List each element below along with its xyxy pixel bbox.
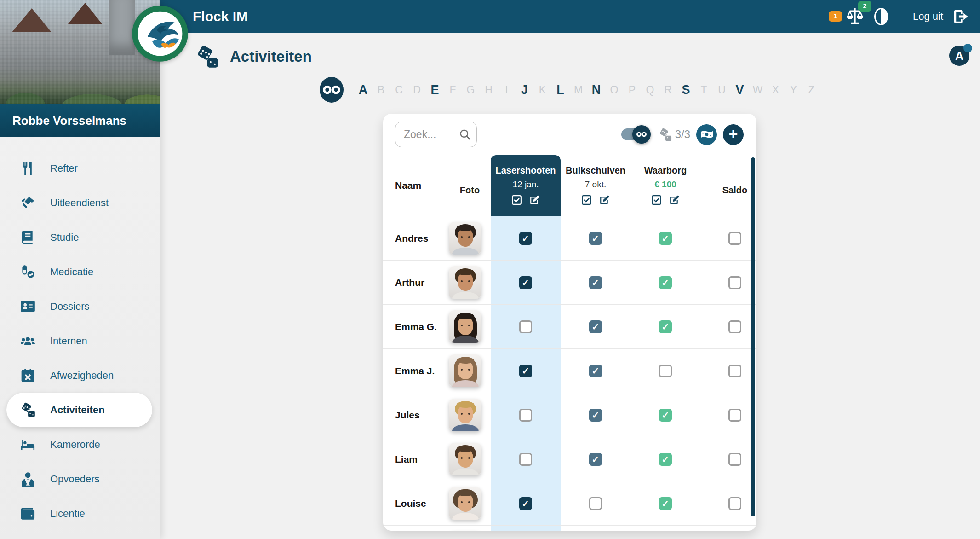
alphabet-letter[interactable]: K <box>533 84 551 96</box>
dice-counter-icon <box>658 128 672 142</box>
contrast-icon[interactable] <box>874 8 888 25</box>
alphabet-letter[interactable]: C <box>390 84 408 96</box>
activity-checkbox[interactable] <box>589 453 602 466</box>
table-row: Emma J. <box>383 348 756 393</box>
edit-icon[interactable] <box>529 194 540 206</box>
activity-checkbox[interactable] <box>519 276 532 289</box>
sidebar-item[interactable]: Dossiers <box>0 289 160 324</box>
sidebar-item-label: Dossiers <box>50 301 90 313</box>
alphabet-letter[interactable]: X <box>767 84 785 96</box>
edit-icon[interactable] <box>669 194 680 206</box>
sidebar-item[interactable]: Licentie <box>0 496 160 531</box>
alphabet-letter[interactable]: M <box>569 84 587 96</box>
activity-checkbox[interactable] <box>519 232 532 245</box>
alphabet-letter[interactable]: H <box>480 84 498 96</box>
activity-checkbox[interactable] <box>519 320 532 333</box>
activity-checkbox[interactable] <box>589 365 602 377</box>
activity-checkbox[interactable] <box>589 320 602 333</box>
app-root: Robbe Vorsselmans Refter Uitleendienst S… <box>0 0 980 539</box>
alphabet-letter[interactable]: G <box>462 84 480 96</box>
sidebar-item[interactable]: Kamerorde <box>0 427 160 462</box>
alphabet-letter[interactable]: J <box>516 83 533 97</box>
alphabet-letter[interactable]: P <box>623 84 641 96</box>
money-button[interactable] <box>696 124 717 145</box>
alphabet-letter[interactable]: W <box>749 84 767 96</box>
sidebar-item[interactable]: Uitleendienst <box>0 185 160 220</box>
activity-checkbox[interactable] <box>589 497 602 510</box>
activity-checkbox[interactable] <box>589 276 602 289</box>
sidebar-item-icon <box>19 160 36 176</box>
sidebar-item[interactable]: Afwezigheden <box>0 358 160 393</box>
table-row: Arthur <box>383 260 756 304</box>
alphabet-letter[interactable]: Z <box>802 84 820 96</box>
sidebar-item[interactable]: Medicatie <box>0 255 160 289</box>
student-name: Emma J. <box>383 365 449 377</box>
table-scrollbar[interactable] <box>751 157 755 516</box>
logout-icon[interactable] <box>952 8 970 25</box>
sidebar-item-icon <box>19 505 36 522</box>
saldo-checkbox[interactable] <box>728 409 741 422</box>
student-photo <box>449 222 481 255</box>
alphabet-letter[interactable]: A <box>354 83 372 97</box>
saldo-checkbox[interactable] <box>728 276 741 289</box>
activity-checkbox[interactable] <box>659 409 672 422</box>
alphabet-letter[interactable]: I <box>498 84 516 96</box>
activity-checkbox[interactable] <box>659 365 672 377</box>
profile-letter-badge[interactable]: A <box>949 46 969 66</box>
activity-subtitle: 7 okt. <box>585 180 606 190</box>
alphabet-letter[interactable]: D <box>408 84 426 96</box>
activity-checkbox[interactable] <box>659 232 672 245</box>
check-square-icon[interactable] <box>581 194 592 206</box>
alphabet-letter[interactable]: V <box>731 83 749 97</box>
mask-filter-icon[interactable] <box>319 76 344 103</box>
add-activity-button[interactable]: + <box>723 124 744 145</box>
alphabet-letter[interactable]: T <box>695 84 713 96</box>
check-square-icon[interactable] <box>511 194 522 206</box>
activity-checkbox[interactable] <box>659 453 672 466</box>
topbar-actions: 1 2 Log uit <box>836 6 980 27</box>
sidebar-item-label: Studie <box>50 232 79 243</box>
alphabet-letter[interactable]: B <box>372 84 390 96</box>
mask-toggle-thumb[interactable] <box>632 125 651 144</box>
saldo-checkbox[interactable] <box>728 320 741 333</box>
activity-checkbox[interactable] <box>659 276 672 289</box>
sidebar-item[interactable]: Refter <box>0 151 160 185</box>
alphabet-letter[interactable]: Y <box>785 84 802 96</box>
sidebar-item-icon <box>19 436 36 452</box>
check-square-icon[interactable] <box>651 194 662 206</box>
activity-title: Buikschuiven <box>566 165 625 176</box>
sidebar-item[interactable]: Opvoeders <box>0 462 160 496</box>
edit-icon[interactable] <box>599 194 610 206</box>
table-toolbar: 3/3 + <box>383 114 756 155</box>
alphabet-letter[interactable]: S <box>677 83 695 97</box>
student-photo <box>449 310 481 343</box>
sidebar-item[interactable]: Internen <box>0 324 160 358</box>
table-rows: Andres Arthur <box>383 216 756 525</box>
activity-checkbox[interactable] <box>519 497 532 510</box>
saldo-checkbox[interactable] <box>728 365 741 377</box>
activity-checkbox[interactable] <box>519 409 532 422</box>
logout-button[interactable]: Log uit <box>913 11 943 23</box>
sidebar-item[interactable]: Studie <box>0 220 160 255</box>
alphabet-letter[interactable]: E <box>426 83 444 97</box>
saldo-checkbox[interactable] <box>728 453 741 466</box>
activity-checkbox[interactable] <box>519 453 532 466</box>
saldo-checkbox[interactable] <box>728 497 741 510</box>
alphabet-letter[interactable]: O <box>605 84 623 96</box>
activity-checkbox[interactable] <box>589 232 602 245</box>
alphabet-letter[interactable]: F <box>444 84 462 96</box>
alphabet-letter[interactable]: R <box>659 84 677 96</box>
saldo-checkbox[interactable] <box>728 232 741 245</box>
alphabet-letter[interactable]: Q <box>641 84 659 96</box>
activity-checkbox[interactable] <box>589 409 602 422</box>
alphabet-letter[interactable]: N <box>587 83 605 97</box>
alphabet-letter[interactable]: U <box>713 84 731 96</box>
student-name: Jules <box>383 410 449 421</box>
sidebar-item[interactable]: Activiteiten <box>6 393 152 427</box>
activity-checkbox[interactable] <box>519 365 532 377</box>
mask-toggle[interactable] <box>621 128 643 140</box>
activity-checkbox[interactable] <box>659 497 672 510</box>
alphabet-letter[interactable]: L <box>551 83 569 97</box>
sidebar-item-label: Kamerorde <box>50 439 100 451</box>
activity-checkbox[interactable] <box>659 320 672 333</box>
